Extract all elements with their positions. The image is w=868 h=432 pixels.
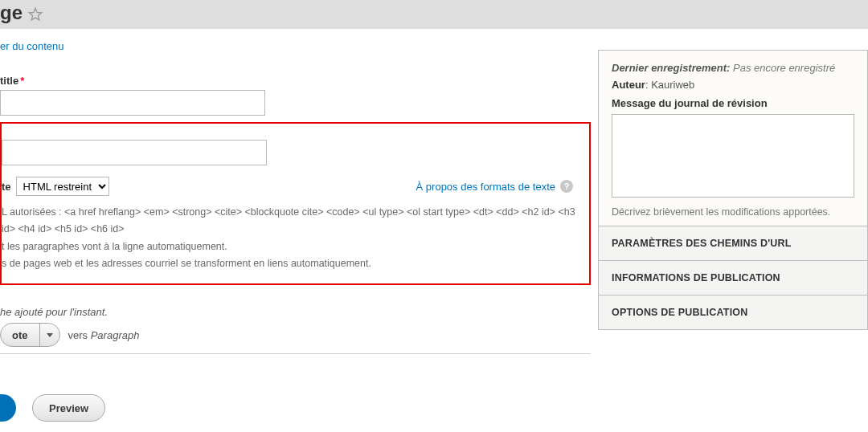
- format-help-region: te HTML restreint À propos des formats d…: [0, 122, 591, 285]
- format-hint: t les paragraphes vont à la ligne automa…: [2, 238, 578, 255]
- page-title: ge: [0, 0, 27, 29]
- preview-button-label: Preview: [49, 402, 88, 414]
- accordion-publication-info[interactable]: INFORMATIONS DE PUBLICATION: [599, 260, 867, 295]
- secondary-text-input[interactable]: [2, 140, 267, 165]
- svg-marker-1: [47, 333, 53, 337]
- last-saved-row: Dernier enregistrement: Pas encore enreg…: [612, 62, 854, 74]
- add-paragraph-split-button[interactable]: ote: [0, 323, 60, 347]
- text-format-help-label: À propos des formats de texte: [416, 181, 555, 193]
- page-titlebar: ge: [0, 0, 868, 29]
- question-icon: ?: [560, 180, 573, 193]
- format-hints: L autorisées : <a href hreflang> <em> <s…: [2, 204, 578, 272]
- preview-button[interactable]: Preview: [32, 394, 105, 422]
- required-mark: *: [20, 75, 24, 87]
- format-label: te: [2, 181, 11, 193]
- add-to-label: vers Paragraph: [68, 329, 140, 341]
- divider: [0, 353, 591, 354]
- revision-log-label: Message du journal de révision: [612, 97, 854, 109]
- save-button[interactable]: [0, 394, 16, 422]
- revision-log-textarea[interactable]: [612, 114, 854, 198]
- text-format-help-link[interactable]: À propos des formats de texte ?: [416, 180, 573, 193]
- meta-sidebar: Dernier enregistrement: Pas encore enreg…: [598, 50, 868, 330]
- title-input[interactable]: [0, 90, 265, 116]
- add-paragraph-dropdown-toggle[interactable]: [40, 324, 59, 346]
- svg-marker-0: [29, 8, 41, 20]
- author-row: Auteur: Kauriweb: [612, 79, 854, 91]
- format-hint: L autorisées : <a href hreflang> <em> <s…: [2, 204, 578, 238]
- accordion-publication-options[interactable]: OPTIONS DE PUBLICATION: [599, 295, 867, 329]
- star-outline-icon[interactable]: [27, 6, 43, 22]
- format-hint: s de pages web et les adresses courriel …: [2, 255, 578, 272]
- text-format-select[interactable]: HTML restreint: [16, 177, 109, 196]
- title-label: title: [0, 75, 18, 87]
- title-field-row: title*: [0, 75, 591, 116]
- breadcrumb-link[interactable]: er du contenu: [0, 40, 64, 52]
- accordion-url-paths[interactable]: PARAMÈTRES DES CHEMINS D'URL: [599, 226, 867, 260]
- paragraph-empty-note: he ajouté pour l'instant.: [0, 306, 591, 318]
- add-paragraph-main[interactable]: ote: [1, 324, 40, 346]
- revision-log-desc: Décrivez brièvement les modifications ap…: [612, 206, 854, 218]
